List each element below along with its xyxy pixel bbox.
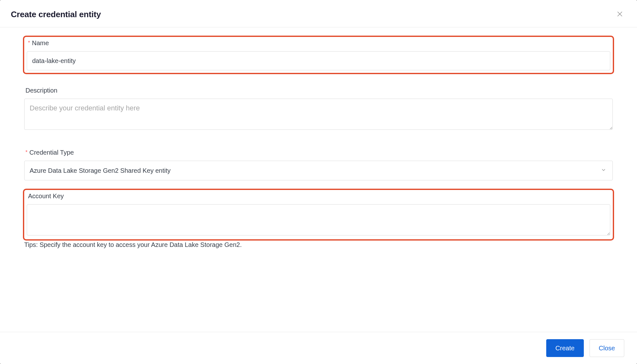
description-textarea[interactable] xyxy=(24,99,613,130)
account-key-field-group: Account Key xyxy=(23,189,614,241)
name-input[interactable] xyxy=(27,51,610,70)
close-button[interactable]: Close xyxy=(590,339,624,357)
name-field-group: Name xyxy=(23,36,614,74)
description-field-group: Description xyxy=(23,84,614,134)
account-key-tips: Tips: Specify the account key to access … xyxy=(23,241,614,248)
credential-type-select-wrap: Azure Data Lake Storage Gen2 Shared Key … xyxy=(24,161,613,180)
credential-type-select[interactable]: Azure Data Lake Storage Gen2 Shared Key … xyxy=(24,161,613,180)
credential-type-label: Credential Type xyxy=(24,149,613,156)
modal-title: Create credential entity xyxy=(11,10,101,19)
account-key-label: Account Key xyxy=(27,192,610,200)
modal-body: Name Description Credential Type Azure D… xyxy=(0,27,637,332)
name-label: Name xyxy=(27,39,610,47)
close-icon-button[interactable] xyxy=(615,10,624,19)
credential-type-field-group: Credential Type Azure Data Lake Storage … xyxy=(23,146,614,183)
account-key-textarea[interactable] xyxy=(27,204,610,235)
modal-header: Create credential entity xyxy=(0,0,637,27)
description-label: Description xyxy=(24,87,613,94)
create-credential-modal: Create credential entity Name Descriptio… xyxy=(0,0,637,364)
close-icon xyxy=(616,10,624,19)
modal-footer: Create Close xyxy=(0,332,637,364)
create-button[interactable]: Create xyxy=(546,339,584,357)
